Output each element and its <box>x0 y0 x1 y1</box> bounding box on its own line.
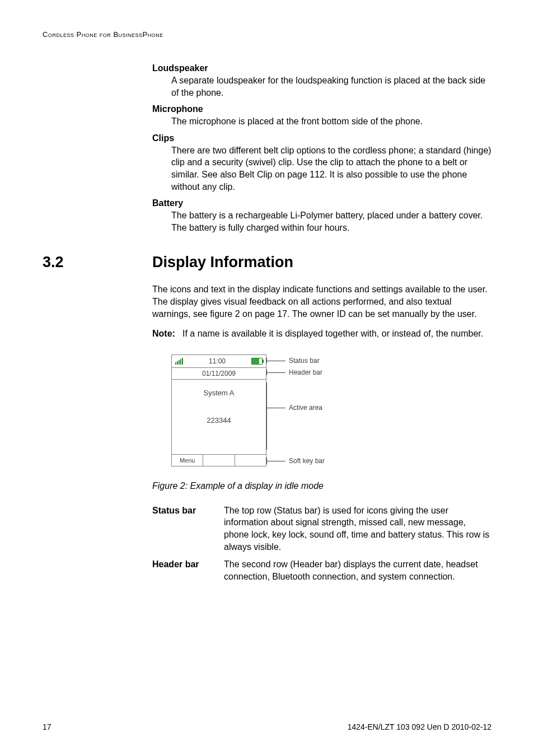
term-loudspeaker: Loudspeaker <box>152 63 491 73</box>
callout-status: Status bar <box>289 357 320 365</box>
defn-microphone: The microphone is placed at the front bo… <box>171 115 491 128</box>
system-name: System A <box>172 380 266 397</box>
doc-id: 1424-EN/LZT 103 092 Uen D 2010-02-12 <box>348 722 491 731</box>
defn-clips: There are two different belt clip option… <box>171 144 491 193</box>
def-text-header-bar: The second row (Header bar) displays the… <box>224 558 491 582</box>
active-area: System A 223344 <box>172 380 266 455</box>
battery-icon <box>251 358 263 365</box>
header-bar: 01/11/2009 <box>172 368 266 380</box>
softkey-menu: Menu <box>172 455 203 466</box>
owner-id: 223344 <box>172 397 266 424</box>
figure-caption: Figure 2: Example of a display in idle m… <box>152 481 491 491</box>
term-clips: Clips <box>152 133 491 143</box>
term-battery: Battery <box>152 198 491 208</box>
callout-active: Active area <box>289 404 322 412</box>
display-figure: 11:00 01/11/2009 System A 223344 Menu <box>171 354 491 477</box>
signal-icon <box>175 358 183 365</box>
running-header: Cordless Phone for BusinessPhone <box>43 30 491 39</box>
intro-paragraph: The icons and text in the display indica… <box>152 283 491 320</box>
section-number: 3.2 <box>43 254 152 271</box>
callout-header: Header bar <box>289 368 322 376</box>
def-term-header-bar: Header bar <box>152 558 218 582</box>
status-bar: 11:00 <box>172 355 266 368</box>
def-text-status-bar: The top row (Status bar) is used for ico… <box>224 505 491 553</box>
callout-softkey: Soft key bar <box>289 457 325 465</box>
status-time: 11:00 <box>209 357 226 365</box>
defn-battery: The battery is a rechargeable Li-Polymer… <box>171 209 491 234</box>
softkey-empty-1 <box>203 455 235 466</box>
section-title: Display Information <box>152 254 293 271</box>
note-label: Note: <box>152 328 182 340</box>
note-text: If a name is available it is displayed t… <box>182 328 483 340</box>
softkey-empty-2 <box>235 455 266 466</box>
page-number: 17 <box>43 722 51 731</box>
note: Note: If a name is available it is displ… <box>152 328 491 340</box>
term-microphone: Microphone <box>152 104 491 114</box>
phone-screen: 11:00 01/11/2009 System A 223344 Menu <box>171 354 266 466</box>
defn-loudspeaker: A separate loudspeaker for the loudspeak… <box>171 74 491 99</box>
softkey-bar: Menu <box>172 454 266 466</box>
def-term-status-bar: Status bar <box>152 505 218 553</box>
